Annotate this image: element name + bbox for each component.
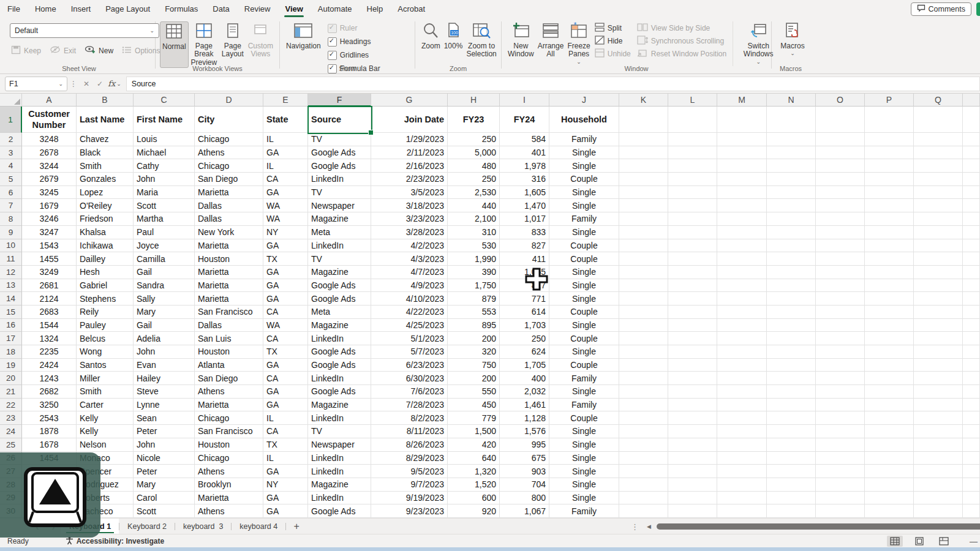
cell-P24[interactable] [865,425,914,438]
cell-E11[interactable]: TX [263,252,308,266]
cell-N22[interactable] [767,399,816,412]
cell-N19[interactable] [767,359,816,372]
cell-K3[interactable] [619,146,668,160]
column-header-O[interactable]: O [816,94,865,107]
cell-Q18[interactable] [914,345,963,359]
cell-H30[interactable]: 920 [448,504,500,518]
cell-C8[interactable]: Martha [134,212,195,226]
cell-N16[interactable] [767,319,816,332]
cell-G17[interactable]: 5/1/2023 [371,332,448,345]
cell-D16[interactable]: Dallas [195,319,263,332]
cell-x29[interactable] [963,492,980,505]
freeze-panes-button[interactable]: *Freeze Panes ⌄ [565,21,592,66]
cell-L13[interactable] [668,279,717,293]
cell-N5[interactable] [767,173,816,186]
cell-J14[interactable]: Single [549,292,619,305]
cell-D24[interactable]: San Francisco [195,425,263,438]
cell-D5[interactable]: San Diego [195,173,263,186]
cell-P7[interactable] [865,199,914,212]
cell-x14[interactable] [963,292,980,305]
cell-O3[interactable] [816,146,865,160]
row-header-16[interactable]: 16 [0,319,22,332]
cell-x5[interactable] [963,173,980,186]
cell-x21[interactable] [963,385,980,399]
cell-A2[interactable]: 3248 [22,133,77,146]
cell-M17[interactable] [717,332,767,345]
cell-P1[interactable] [865,107,914,133]
cell-G15[interactable]: 4/22/2023 [371,305,448,319]
cell-G30[interactable]: 9/23/2023 [371,504,448,518]
keep-button[interactable]: Keep [11,44,41,57]
cell-Q24[interactable] [914,425,963,438]
cell-J8[interactable]: Family [549,212,619,226]
cell-J15[interactable]: Couple [549,305,619,319]
cell-x20[interactable] [963,372,980,385]
cell-G5[interactable]: 2/23/2023 [371,173,448,186]
cell-F17[interactable]: LinkedIn [308,332,371,345]
cell-P18[interactable] [865,345,914,359]
cell-E4[interactable]: IL [263,159,308,173]
cell-C27[interactable]: Peter [134,465,195,478]
cell-G23[interactable]: 8/2/2023 [371,411,448,425]
name-box[interactable]: F1 ⌄ [5,77,67,91]
cell-H27[interactable]: 1,320 [448,465,500,478]
menu-tab-view[interactable]: View [277,0,310,18]
cell-D23[interactable]: Chicago [195,411,263,425]
cell-F29[interactable]: LinkedIn [308,492,371,505]
cell-J6[interactable]: Single [549,186,619,200]
hide-button[interactable]: Hide [595,34,631,47]
insert-function-icon[interactable]: fx [107,79,116,88]
cell-C13[interactable]: Sandra [134,279,195,293]
cell-K9[interactable] [619,226,668,239]
cell-x19[interactable] [963,359,980,372]
100%-button[interactable]: 100100% [442,21,465,60]
cell-D26[interactable]: Chicago [195,452,263,465]
cell-I3[interactable]: 401 [500,146,549,160]
row-header-25[interactable]: 25 [0,438,22,452]
row-header-2[interactable]: 2 [0,133,22,146]
cell-I29[interactable]: 800 [500,492,549,505]
cell-x17[interactable] [963,332,980,345]
row-header-4[interactable]: 4 [0,159,22,173]
cell-Q13[interactable] [914,279,963,293]
cell-L9[interactable] [668,226,717,239]
cell-J1[interactable]: Household [549,107,619,133]
spreadsheet-grid[interactable]: ABCDEFGHIJKLMNOPQ1Customer NumberLast Na… [0,94,980,518]
cell-Q27[interactable] [914,465,963,478]
cell-I16[interactable]: 1,703 [500,319,549,332]
cell-A10[interactable]: 1543 [22,239,77,253]
cell-L4[interactable] [668,159,717,173]
cell-H7[interactable]: 440 [448,199,500,212]
cell-K27[interactable] [619,465,668,478]
cell-L6[interactable] [668,186,717,200]
row-header-21[interactable]: 21 [0,385,22,399]
cell-P19[interactable] [865,359,914,372]
cell-B6[interactable]: Lopez [77,186,134,200]
cell-F2[interactable]: TV [308,133,371,146]
cell-D2[interactable]: Chicago [195,133,263,146]
cell-I1[interactable]: FY24 [500,107,549,133]
cell-D25[interactable]: Houston [195,438,263,452]
cell-E20[interactable]: CA [263,372,308,385]
cell-N3[interactable] [767,146,816,160]
cell-B21[interactable]: Smith [77,385,134,399]
cell-F12[interactable]: Magazine [308,266,371,279]
enter-icon[interactable]: ✓ [93,80,107,88]
cell-F26[interactable]: LinkedIn [308,452,371,465]
cell-A22[interactable]: 3250 [22,399,77,412]
cell-C21[interactable]: Steve [134,385,195,399]
cell-I28[interactable]: 704 [500,478,549,492]
cell-E30[interactable]: GA [263,504,308,518]
cell-I22[interactable]: 1,461 [500,399,549,412]
cell-J29[interactable]: Single [549,492,619,505]
cell-F27[interactable]: LinkedIn [308,465,371,478]
cell-B3[interactable]: Black [77,146,134,160]
cell-x16[interactable] [963,319,980,332]
cell-A18[interactable]: 2235 [22,345,77,359]
cell-x3[interactable] [963,146,980,160]
cell-L12[interactable] [668,266,717,279]
cell-Q3[interactable] [914,146,963,160]
cell-I4[interactable]: 1,978 [500,159,549,173]
cell-J26[interactable]: Single [549,452,619,465]
cell-I17[interactable]: 250 [500,332,549,345]
